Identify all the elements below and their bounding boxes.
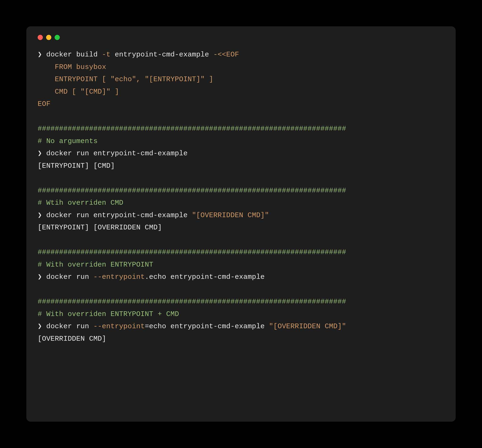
maximize-icon[interactable] xyxy=(55,35,60,40)
flag-entrypoint: --entrypoint xyxy=(93,322,145,330)
divider: ########################################… xyxy=(38,298,346,306)
heredoc-close: EOF xyxy=(38,100,51,108)
cmd-docker: docker xyxy=(46,322,72,330)
image-name: entrypoint-cmd-example xyxy=(115,51,213,59)
cmd-run: run xyxy=(76,149,89,157)
section-comment-no-args: # No arguments xyxy=(38,137,98,145)
prompt-icon: ❯ xyxy=(38,149,46,157)
cmd-run: run xyxy=(76,322,89,330)
image-name: entrypoint-cmd-example xyxy=(170,322,265,330)
cmd-run: run xyxy=(76,211,89,219)
image-name: entrypoint-cmd-example xyxy=(93,211,188,219)
section-comment-override-entrypoint: # With overriden ENTRYPOINT xyxy=(38,261,153,269)
heredoc-cmd: CMD [ "[CMD]" ] xyxy=(55,88,119,96)
section-comment-override-both: # With overriden ENTRYPOINT + CMD xyxy=(38,310,179,318)
divider: ########################################… xyxy=(38,187,346,195)
arg-overridden-cmd: "[OVERRIDDEN CMD]" xyxy=(269,322,346,330)
cmd-run: run xyxy=(76,273,89,281)
window-traffic-lights xyxy=(38,35,444,40)
cmd-docker: docker xyxy=(46,51,72,59)
divider: ########################################… xyxy=(38,125,346,133)
cmd-docker: docker xyxy=(46,149,72,157)
divider: ########################################… xyxy=(38,248,346,256)
output-no-args: [ENTRYPOINT] [CMD] xyxy=(38,162,115,170)
terminal-window: ❯ docker build -t entrypoint-cmd-example… xyxy=(26,26,456,422)
cmd-docker: docker xyxy=(46,211,72,219)
terminal-output: ❯ docker build -t entrypoint-cmd-example… xyxy=(38,48,444,345)
flag-entrypoint-value: .echo xyxy=(145,273,166,281)
prompt-icon: ❯ xyxy=(38,211,46,219)
prompt-icon: ❯ xyxy=(38,322,46,330)
section-comment-override-cmd: # Wtih overriden CMD xyxy=(38,199,123,207)
flag-entrypoint: --entrypoint xyxy=(93,273,145,281)
cmd-build: build xyxy=(76,51,102,59)
page-background: ❯ docker build -t entrypoint-cmd-example… xyxy=(0,0,482,448)
prompt-icon: ❯ xyxy=(38,273,46,281)
flag-t: -t xyxy=(102,51,115,59)
heredoc-from: FROM busybox xyxy=(55,63,106,71)
output-override-cmd: [ENTRYPOINT] [OVERRIDDEN CMD] xyxy=(38,224,162,232)
image-name: entrypoint-cmd-example xyxy=(93,149,188,157)
heredoc-indent xyxy=(38,75,55,83)
cmd-docker: docker xyxy=(46,273,72,281)
arg-overridden-cmd: "[OVERRIDDEN CMD]" xyxy=(192,211,269,219)
heredoc-indent xyxy=(38,63,55,71)
image-name: entrypoint-cmd-example xyxy=(170,273,265,281)
heredoc-entrypoint: ENTRYPOINT [ "echo", "[ENTRYPOINT]" ] xyxy=(55,75,213,83)
close-icon[interactable] xyxy=(38,35,43,40)
minimize-icon[interactable] xyxy=(46,35,51,40)
output-override-both: [OVERRIDDEN CMD] xyxy=(38,335,106,343)
flag-entrypoint-value: =echo xyxy=(145,322,166,330)
heredoc-open: -<<EOF xyxy=(213,51,239,59)
prompt-icon: ❯ xyxy=(38,51,46,59)
heredoc-indent xyxy=(38,88,55,96)
